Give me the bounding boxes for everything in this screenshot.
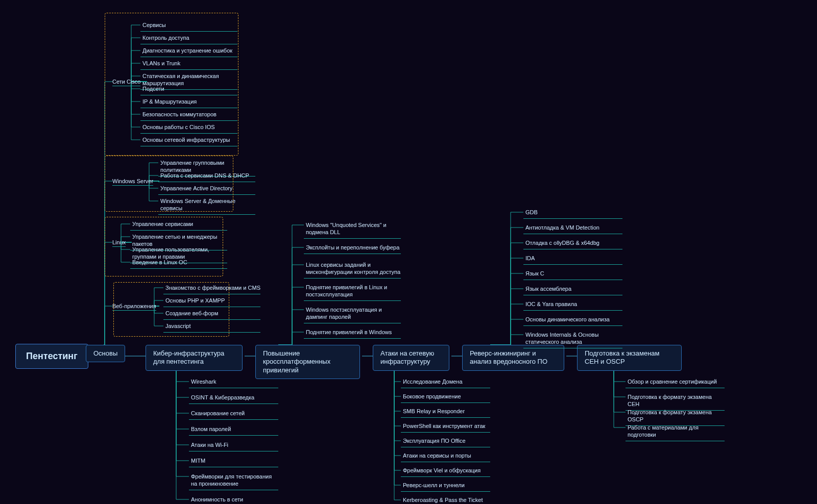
leaf-reverse-5-label: Язык ассемблера [523,285,622,295]
group-cisco-item-0[interactable]: Сервисы [140,21,237,32]
group-web-item-1[interactable]: Основы PHP и XAMPP [163,296,260,307]
leaf-cyber-7[interactable]: Анонимность в сети [189,495,278,504]
leaf-netattack-8[interactable]: Kerberoasting & Pass the Ticket [401,496,490,504]
leaf-privesc-5[interactable]: Поднятие привилегий в Windows [304,328,401,339]
group-winserver-item-1-label: Работа с сервисами DNS & DHCP [158,171,255,182]
leaf-reverse-3-label: IDA [523,254,622,265]
group-cisco-item-9[interactable]: Основы сетевой инфраструктуры [140,136,237,146]
leaf-reverse-1[interactable]: Антиотладка & VM Detection [523,223,623,234]
node-osnovy[interactable]: Основы [86,345,122,362]
leaf-netattack-0[interactable]: Исследование Домена [401,377,490,388]
leaf-netattack-2[interactable]: SMB Relay и Responder [401,407,490,418]
group-cisco-item-6-label: IP & Маршрутизация [140,97,237,108]
group-linux-label: Linux [112,238,126,247]
node-exams[interactable]: Подготовка к экзаменам CEH и OSCP [577,345,682,371]
leaf-reverse-4[interactable]: Язык С [523,269,623,280]
node-cyberinfra-label: Кибер-инфраструктура для пентестинга [146,345,243,371]
node-cyberinfra[interactable]: Кибер-инфраструктура для пентестинга [146,345,243,371]
node-netattack[interactable]: Атаки на сетевую инфраструктуру [373,345,449,371]
leaf-reverse-3[interactable]: IDA [523,254,623,265]
leaf-exam-0[interactable]: Обзор и сравнение сертификаций [626,377,728,388]
group-cisco-item-2-label: Диагностика и устранение ошибок [140,46,237,57]
group-web-item-0[interactable]: Знакомство с фреймворками и CMS [163,284,260,294]
node-reverse-label: Реверс-инжиниринг и анализ вредоносного … [462,345,564,371]
group-winserver[interactable]: Windows Server [112,177,153,186]
group-cisco[interactable]: Сети Cisco [112,78,140,86]
group-web-item-2[interactable]: Создание веб-форм [163,309,260,320]
leaf-privesc-5-label: Поднятие привилегий в Windows [304,328,401,339]
leaf-netattack-8-label: Kerberoasting & Pass the Ticket [401,496,490,504]
leaf-reverse-7[interactable]: Основы динамического анализа [523,315,623,326]
node-privesc[interactable]: Повышение кроссплатформенных привилегий [255,345,360,379]
leaf-reverse-7-label: Основы динамического анализа [523,315,622,326]
leaf-cyber-1[interactable]: OSINT & Киберразведка [189,393,278,404]
leaf-privesc-2-label: Linux сервисы заданий и мисконфигурации … [304,261,401,279]
leaf-reverse-4-label: Язык С [523,269,622,280]
leaf-reverse-0[interactable]: GDB [523,208,623,219]
leaf-cyber-4[interactable]: Атаки на Wi-Fi [189,441,278,451]
node-reverse[interactable]: Реверс-инжиниринг и анализ вредоносного … [462,345,564,371]
leaf-netattack-3[interactable]: PowerShell как инструмент атак [401,422,490,433]
group-cisco-item-2[interactable]: Диагностика и устранение ошибок [140,46,237,57]
group-web-item-0-label: Знакомство с фреймворками и CMS [163,284,260,294]
leaf-reverse-0-label: GDB [523,208,622,219]
group-cisco-item-7-label: Безопасность коммутаторов [140,110,237,121]
group-linux-item-0[interactable]: Управление сервисами [130,220,227,231]
root-node[interactable]: Пентестинг [15,344,82,369]
group-winserver-item-2[interactable]: Управление Active Directory [158,184,255,195]
leaf-netattack-5-label: Атаки на сервисы и порты [401,451,490,462]
leaf-netattack-5[interactable]: Атаки на сервисы и порты [401,451,490,462]
leaf-reverse-1-label: Антиотладка & VM Detection [523,223,622,234]
group-web[interactable]: Веб-приложения [112,302,156,311]
leaf-cyber-1-label: OSINT & Киберразведка [189,393,278,404]
leaf-netattack-3-label: PowerShell как инструмент атак [401,422,490,433]
leaf-cyber-0[interactable]: Wireshark [189,377,278,388]
group-cisco-item-0-label: Сервисы [140,21,237,32]
leaf-reverse-6-label: IOC & Yara правила [523,300,622,311]
group-cisco-item-8-label: Основы работы с Cisco IOS [140,123,237,134]
group-web-item-3-label: Javascript [163,322,260,333]
group-linux-item-0-label: Управление сервисами [130,220,227,231]
leaf-cyber-2-label: Сканирование сетей [189,409,278,420]
leaf-cyber-2[interactable]: Сканирование сетей [189,409,278,420]
group-web-item-3[interactable]: Javascript [163,322,260,333]
leaf-privesc-4[interactable]: Windows постэксплуатация и дампинг парол… [304,306,401,323]
leaf-privesc-1[interactable]: Эксплойты и переполнение буфера [304,243,401,254]
leaf-privesc-0[interactable]: Windows "Unquoted Services" и подмена DL… [304,221,401,239]
group-cisco-label: Сети Cisco [112,78,140,86]
leaf-cyber-0-label: Wireshark [189,377,278,388]
group-cisco-item-5[interactable]: Подсети [140,85,237,95]
leaf-reverse-6[interactable]: IOC & Yara правила [523,300,623,311]
root-label: Пентестинг [15,344,88,369]
leaf-cyber-6[interactable]: Фреймворки для тестирования на проникнов… [189,472,278,490]
leaf-netattack-1[interactable]: Боковое продвижение [401,392,490,403]
group-cisco-item-6[interactable]: IP & Маршрутизация [140,97,237,108]
group-linux-item-3[interactable]: Введение в Linux ОС [130,258,227,269]
leaf-exam-0-label: Обзор и сравнение сертификаций [626,377,725,388]
leaf-reverse-2[interactable]: Отладка с ollyDBG & x64dbg [523,239,623,249]
leaf-netattack-6-label: Фреймворк Viel и обфускация [401,466,490,477]
leaf-netattack-4[interactable]: Эксплуатация ПО Office [401,437,490,447]
leaf-netattack-6[interactable]: Фреймворк Viel и обфускация [401,466,490,477]
group-cisco-item-1[interactable]: Контроль доступа [140,34,237,44]
group-web-item-1-label: Основы PHP и XAMPP [163,296,260,307]
group-winserver-item-3[interactable]: Windows Server & Доменные сервисы [158,197,255,215]
node-privesc-label: Повышение кроссплатформенных привилегий [255,345,360,379]
group-cisco-item-8[interactable]: Основы работы с Cisco IOS [140,123,237,134]
group-winserver-item-1[interactable]: Работа с сервисами DNS & DHCP [158,171,255,182]
group-cisco-item-3[interactable]: VLANs и Trunk [140,59,237,70]
group-linux[interactable]: Linux [112,238,126,247]
leaf-privesc-3[interactable]: Поднятие привилегий в Linux и постэксплу… [304,283,401,301]
node-osnovy-label: Основы [86,345,125,362]
leaf-exam-3[interactable]: Работа с материалами для подготовки [626,423,728,441]
leaf-netattack-7[interactable]: Реверс-шелл и туннели [401,481,490,492]
leaf-cyber-5-label: MITM [189,457,278,467]
leaf-privesc-2[interactable]: Linux сервисы заданий и мисконфигурации … [304,261,401,279]
leaf-reverse-5[interactable]: Язык ассемблера [523,285,623,295]
leaf-reverse-8[interactable]: Windows Internals & Основы статического … [523,331,623,348]
leaf-netattack-4-label: Эксплуатация ПО Office [401,437,490,447]
leaf-cyber-5[interactable]: MITM [189,457,278,467]
leaf-cyber-7-label: Анонимность в сети [189,495,278,504]
leaf-cyber-3[interactable]: Взлом паролей [189,425,278,436]
group-cisco-item-7[interactable]: Безопасность коммутаторов [140,110,237,121]
